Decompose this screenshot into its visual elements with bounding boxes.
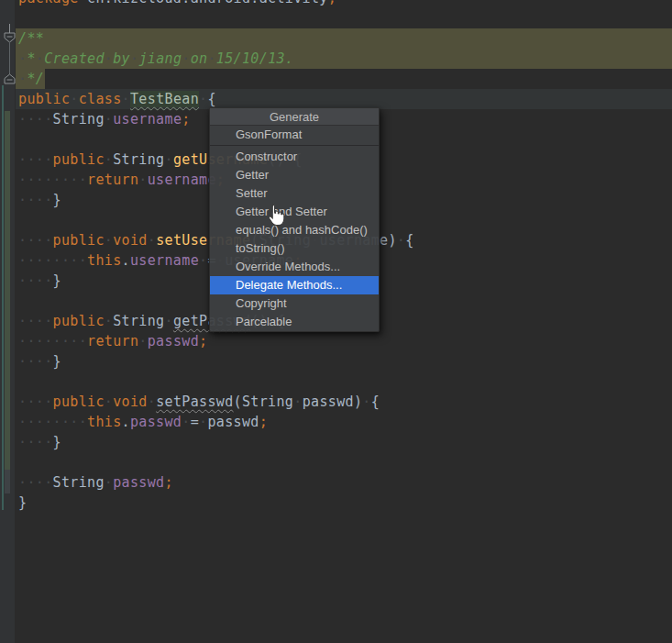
code-line: ········this.passwd·=·passwd; <box>18 412 414 432</box>
menu-item-setter[interactable]: Setter <box>210 184 379 203</box>
code-line: ····} <box>18 351 414 371</box>
code-line: ····String·passwd; <box>18 472 414 493</box>
code-line: ····} <box>18 432 414 452</box>
popup-title: Generate <box>210 108 379 126</box>
fold-collapse-bottom-icon[interactable] <box>4 73 16 84</box>
editor-gutter <box>0 0 15 643</box>
generate-popup-menu: Generate GsonFormatConstructorGetterSett… <box>209 107 380 332</box>
menu-item-parcelable[interactable]: Parcelable <box>210 313 379 331</box>
code-line <box>18 452 414 472</box>
menu-item-getter[interactable]: Getter <box>210 166 379 184</box>
code-line: /** <box>18 28 414 49</box>
code-line: ·*/ <box>18 69 414 89</box>
menu-item-override-methods[interactable]: Override Methods... <box>210 258 379 276</box>
code-line: ·*·Created·by·jiang·on·15/10/13. <box>18 49 414 69</box>
code-line: package·cn.kizcloud.android.activity; <box>18 0 414 8</box>
code-line <box>18 371 414 392</box>
code-line: } <box>18 493 414 513</box>
code-line <box>18 8 414 28</box>
vcs-change-bar-gray[interactable] <box>5 470 10 493</box>
menu-item-copyright[interactable]: Copyright <box>210 294 379 313</box>
vcs-marker-teal <box>2 85 4 510</box>
menu-item-equals-and-hashcode[interactable]: equals() and hashCode() <box>210 221 379 239</box>
pointing-hand-cursor-icon <box>266 203 286 231</box>
code-line: ····public·void·setPasswd(String·passwd)… <box>18 392 414 412</box>
menu-item-getter-and-setter[interactable]: Getter and Setter <box>210 203 379 221</box>
fold-region-line <box>9 42 10 74</box>
menu-item-constructor[interactable]: Constructor <box>210 148 379 166</box>
code-line: public·class·TestBean·{ <box>18 89 414 109</box>
vcs-change-bar[interactable] <box>5 111 10 470</box>
menu-item-delegate-methods[interactable]: Delegate Methods... <box>210 276 379 294</box>
code-line: ········return·passwd; <box>18 331 414 351</box>
menu-item-tostring[interactable]: toString() <box>210 239 379 258</box>
menu-item-gsonformat[interactable]: GsonFormat <box>210 126 379 144</box>
